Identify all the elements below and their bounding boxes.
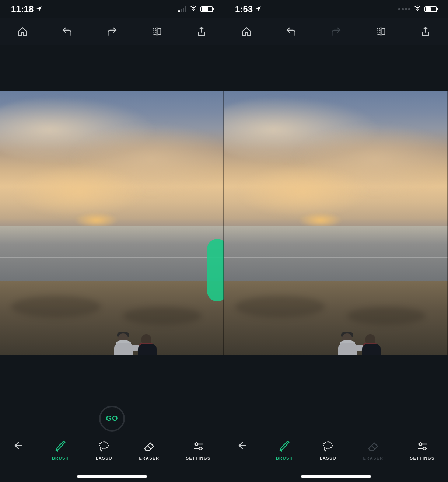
svg-point-5: [323, 442, 332, 448]
svg-point-3: [199, 447, 202, 450]
share-button[interactable]: [196, 26, 207, 38]
undo-button[interactable]: [61, 26, 73, 38]
go-button[interactable]: GO: [99, 406, 125, 432]
tool-lasso[interactable]: LASSO: [96, 440, 112, 460]
svg-point-6: [419, 443, 422, 446]
sliders-icon: [192, 440, 205, 453]
compare-button[interactable]: [151, 26, 163, 38]
eraser-icon: [143, 440, 156, 453]
tool-brush-label: BRUSH: [52, 456, 69, 460]
tool-brush-label: BRUSH: [276, 456, 293, 460]
location-icon: [36, 4, 42, 14]
wifi-icon: [189, 4, 197, 14]
svg-point-2: [195, 443, 198, 446]
photo[interactable]: [224, 91, 448, 355]
sliders-icon: [416, 440, 429, 453]
redo-button: [330, 26, 342, 38]
undo-button[interactable]: [285, 26, 297, 38]
go-label: GO: [106, 414, 118, 423]
tool-eraser[interactable]: ERASER: [363, 440, 384, 460]
tool-eraser[interactable]: ERASER: [139, 440, 160, 460]
bottom-toolbar: BRUSH LASSO ERASER SETTINGS: [224, 436, 448, 482]
brush-icon: [54, 440, 67, 453]
home-indicator[interactable]: [77, 475, 147, 478]
status-bar: 1:53: [224, 0, 448, 18]
home-indicator[interactable]: [301, 475, 371, 478]
status-time: 11:18: [11, 4, 34, 14]
battery-icon: [424, 6, 437, 12]
photo[interactable]: [0, 91, 224, 355]
tool-settings-label: SETTINGS: [410, 456, 435, 460]
svg-point-7: [423, 447, 426, 450]
status-time: 1:53: [235, 4, 253, 14]
brush-mark: [207, 239, 224, 301]
share-button[interactable]: [420, 26, 431, 38]
tool-settings[interactable]: SETTINGS: [186, 440, 211, 460]
go-strip: GO: [0, 401, 224, 436]
tool-eraser-label: ERASER: [363, 456, 384, 460]
bottom-toolbar: BRUSH LASSO ERASER SETTINGS: [0, 436, 224, 482]
location-icon: [255, 4, 262, 14]
back-button[interactable]: [13, 440, 25, 452]
brush-icon: [278, 440, 291, 453]
cellular-signal-icon: [398, 8, 410, 10]
canvas-area[interactable]: [0, 45, 224, 401]
home-button[interactable]: [17, 26, 28, 38]
screen-right: 1:53: [224, 0, 448, 482]
status-bar: 11:18: [0, 0, 224, 18]
cellular-signal-icon: [178, 6, 186, 12]
canvas-area[interactable]: [224, 45, 448, 401]
svg-point-1: [99, 442, 108, 448]
tool-brush[interactable]: BRUSH: [52, 440, 69, 460]
tool-brush[interactable]: BRUSH: [276, 440, 293, 460]
svg-point-0: [193, 10, 194, 11]
top-toolbar: [224, 18, 448, 45]
wifi-icon: [413, 4, 421, 14]
lasso-icon: [97, 440, 111, 453]
top-toolbar: [0, 18, 224, 45]
tool-settings[interactable]: SETTINGS: [410, 440, 435, 460]
lasso-icon: [321, 440, 335, 453]
tool-lasso[interactable]: LASSO: [320, 440, 336, 460]
go-strip: [224, 401, 448, 436]
tool-settings-label: SETTINGS: [186, 456, 211, 460]
tool-eraser-label: ERASER: [139, 456, 160, 460]
tool-lasso-label: LASSO: [320, 456, 336, 460]
compare-button[interactable]: [375, 26, 387, 38]
redo-button[interactable]: [106, 26, 118, 38]
tool-lasso-label: LASSO: [96, 456, 112, 460]
eraser-icon: [367, 440, 380, 453]
svg-point-4: [417, 10, 418, 11]
screen-left: 11:18: [0, 0, 224, 482]
battery-icon: [200, 6, 213, 12]
back-button[interactable]: [237, 440, 249, 452]
home-button[interactable]: [241, 26, 252, 38]
